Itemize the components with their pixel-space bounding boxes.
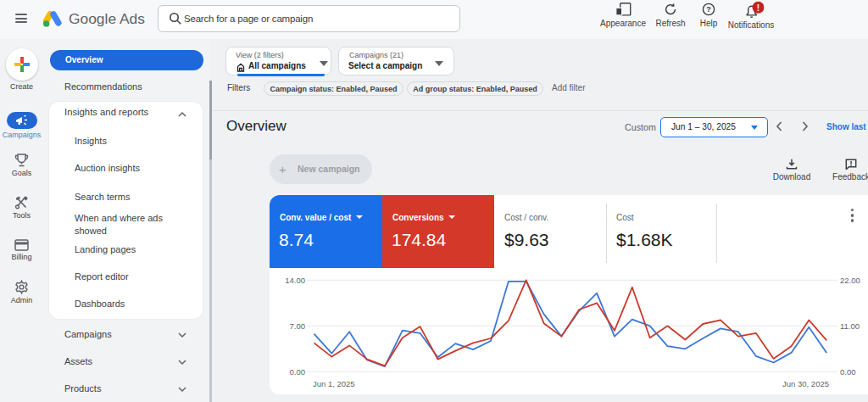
svg-text:11.00: 11.00	[840, 321, 860, 331]
svg-text:0.00: 0.00	[290, 367, 306, 377]
svg-text:0.00: 0.00	[840, 367, 856, 377]
svg-text:22.00: 22.00	[840, 276, 860, 285]
svg-text:?: ?	[706, 4, 711, 14]
svg-text:14.00: 14.00	[285, 276, 305, 285]
svg-text:Jun 1, 2025: Jun 1, 2025	[313, 379, 355, 388]
svg-text:Jun 30, 2025: Jun 30, 2025	[782, 379, 829, 388]
svg-text:!: !	[757, 3, 760, 13]
svg-text:7.00: 7.00	[290, 321, 306, 331]
